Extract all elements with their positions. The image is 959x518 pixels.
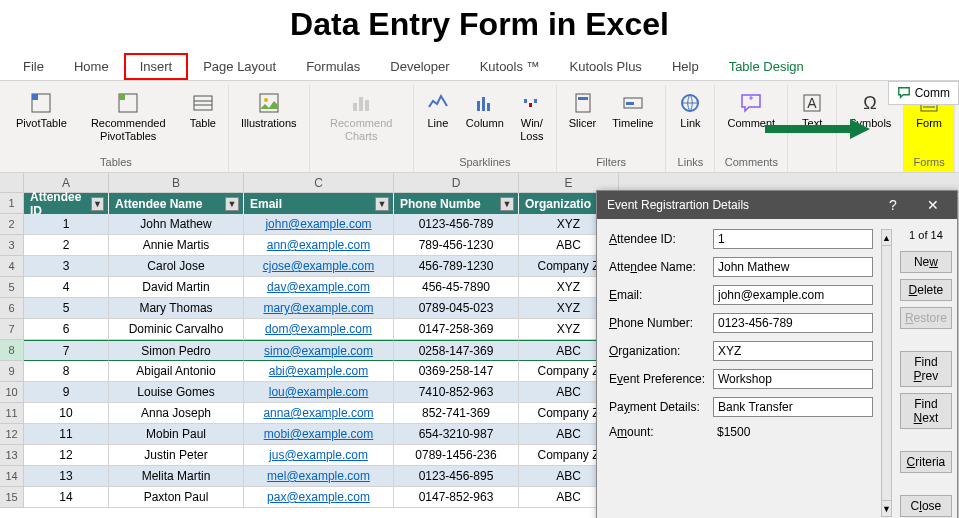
close-button[interactable]: Close <box>900 495 952 517</box>
cell-name[interactable]: Melita Martin <box>109 466 244 487</box>
scroll-down-icon[interactable]: ▼ <box>882 500 891 516</box>
col-header[interactable]: B <box>109 173 244 192</box>
find-prev-button[interactable]: Find Prev <box>900 351 952 387</box>
row-header[interactable]: 8 <box>0 340 24 361</box>
table-row[interactable]: 8Abigail Antonioabi@example.com0369-258-… <box>24 361 619 382</box>
row-header[interactable]: 10 <box>0 382 24 403</box>
cell-phone[interactable]: 0369-258-147 <box>394 361 519 382</box>
dialog-titlebar[interactable]: Event Registrartion Details ? ✕ <box>597 191 957 219</box>
table-row[interactable]: 10Anna Josephanna@example.com852-741-369… <box>24 403 619 424</box>
cell-phone[interactable]: 0123-456-789 <box>394 214 519 235</box>
table-button[interactable]: Table <box>184 87 222 154</box>
cell-id[interactable]: 5 <box>24 298 109 319</box>
form-scrollbar[interactable]: ▲ ▼ <box>881 229 892 517</box>
cell-phone[interactable]: 0123-456-895 <box>394 466 519 487</box>
ribbon-tab-table-design[interactable]: Table Design <box>714 53 819 80</box>
close-icon[interactable]: ✕ <box>913 191 953 219</box>
sparkline-column-button[interactable]: Column <box>460 87 510 154</box>
recommended-charts-button[interactable]: Recommend Charts <box>316 87 407 166</box>
cell-phone[interactable]: 456-789-1230 <box>394 256 519 277</box>
cell-email[interactable]: ann@example.com <box>244 235 394 256</box>
link-button[interactable]: Link <box>672 87 708 154</box>
cell-name[interactable]: Annie Martis <box>109 235 244 256</box>
comments-pane-button[interactable]: Comm <box>888 81 959 105</box>
cell-phone[interactable]: 0147-258-369 <box>394 319 519 340</box>
row-header[interactable]: 12 <box>0 424 24 445</box>
input-attendee-name[interactable] <box>713 257 873 277</box>
slicer-button[interactable]: Slicer <box>563 87 603 154</box>
cell-email[interactable]: john@example.com <box>244 214 394 235</box>
table-row[interactable]: 6Dominic Carvalhodom@example.com0147-258… <box>24 319 619 340</box>
cell-id[interactable]: 8 <box>24 361 109 382</box>
ribbon-tab-file[interactable]: File <box>8 53 59 80</box>
cell-email[interactable]: jus@example.com <box>244 445 394 466</box>
input-event-pref[interactable] <box>713 369 873 389</box>
col-header[interactable]: D <box>394 173 519 192</box>
ribbon-tab-help[interactable]: Help <box>657 53 714 80</box>
ribbon-tab-developer[interactable]: Developer <box>375 53 464 80</box>
table-row[interactable]: 7Simon Pedrosimo@example.com0258-147-369… <box>24 340 619 361</box>
cell-email[interactable]: abi@example.com <box>244 361 394 382</box>
cell-name[interactable]: David Martin <box>109 277 244 298</box>
cell-email[interactable]: anna@example.com <box>244 403 394 424</box>
row-header[interactable]: 1 <box>0 193 24 214</box>
cell-email[interactable]: lou@example.com <box>244 382 394 403</box>
cell-name[interactable]: Louise Gomes <box>109 382 244 403</box>
cell-email[interactable]: cjose@example.com <box>244 256 394 277</box>
row-header[interactable]: 11 <box>0 403 24 424</box>
criteria-button[interactable]: Criteria <box>900 451 952 473</box>
timeline-button[interactable]: Timeline <box>606 87 659 154</box>
row-header[interactable]: 15 <box>0 487 24 508</box>
filter-dropdown-icon[interactable]: ▼ <box>225 197 239 211</box>
cell-id[interactable]: 9 <box>24 382 109 403</box>
cell-id[interactable]: 3 <box>24 256 109 277</box>
table-row[interactable]: 13Melita Martinmel@example.com0123-456-8… <box>24 466 619 487</box>
row-header[interactable]: 4 <box>0 256 24 277</box>
table-row[interactable]: 11Mobin Paulmobi@example.com654-3210-987… <box>24 424 619 445</box>
cell-name[interactable]: Simon Pedro <box>109 340 244 361</box>
cell-phone[interactable]: 0147-852-963 <box>394 487 519 508</box>
cell-name[interactable]: Mobin Paul <box>109 424 244 445</box>
row-header[interactable]: 13 <box>0 445 24 466</box>
illustrations-button[interactable]: Illustrations <box>235 87 303 166</box>
input-phone[interactable] <box>713 313 873 333</box>
row-header[interactable]: 7 <box>0 319 24 340</box>
table-row[interactable]: 4David Martindav@example.com456-45-7890X… <box>24 277 619 298</box>
cell-name[interactable]: Dominic Carvalho <box>109 319 244 340</box>
table-row[interactable]: 9Louise Gomeslou@example.com7410-852-963… <box>24 382 619 403</box>
cell-id[interactable]: 13 <box>24 466 109 487</box>
ribbon-tab-home[interactable]: Home <box>59 53 124 80</box>
filter-dropdown-icon[interactable]: ▼ <box>375 197 389 211</box>
input-payment[interactable] <box>713 397 873 417</box>
cell-name[interactable]: John Mathew <box>109 214 244 235</box>
cell-email[interactable]: simo@example.com <box>244 340 394 361</box>
cell-name[interactable]: Carol Jose <box>109 256 244 277</box>
cell-email[interactable]: pax@example.com <box>244 487 394 508</box>
cell-id[interactable]: 12 <box>24 445 109 466</box>
cell-phone[interactable]: 456-45-7890 <box>394 277 519 298</box>
sparkline-line-button[interactable]: Line <box>420 87 456 154</box>
pivottable-button[interactable]: PivotTable <box>10 87 73 154</box>
cell-id[interactable]: 2 <box>24 235 109 256</box>
cell-name[interactable]: Abigail Antonio <box>109 361 244 382</box>
sparkline-winloss-button[interactable]: Win/ Loss <box>514 87 550 154</box>
cell-email[interactable]: dom@example.com <box>244 319 394 340</box>
cell-phone[interactable]: 0789-045-023 <box>394 298 519 319</box>
filter-dropdown-icon[interactable]: ▼ <box>91 197 104 211</box>
cell-id[interactable]: 1 <box>24 214 109 235</box>
scroll-up-icon[interactable]: ▲ <box>882 230 891 246</box>
cell-name[interactable]: Anna Joseph <box>109 403 244 424</box>
table-row[interactable]: 12Justin Peterjus@example.com0789-1456-2… <box>24 445 619 466</box>
ribbon-tab-formulas[interactable]: Formulas <box>291 53 375 80</box>
filter-dropdown-icon[interactable]: ▼ <box>500 197 514 211</box>
table-row[interactable]: 14Paxton Paulpax@example.com0147-852-963… <box>24 487 619 508</box>
row-header[interactable]: 14 <box>0 466 24 487</box>
row-header[interactable]: 2 <box>0 214 24 235</box>
restore-button[interactable]: Restore <box>900 307 952 329</box>
table-row[interactable]: 1John Mathewjohn@example.com0123-456-789… <box>24 214 619 235</box>
delete-button[interactable]: Delete <box>900 279 952 301</box>
row-header[interactable]: 6 <box>0 298 24 319</box>
ribbon-tab-kutools-plus[interactable]: Kutools Plus <box>555 53 657 80</box>
cell-name[interactable]: Mary Thomas <box>109 298 244 319</box>
cell-name[interactable]: Justin Peter <box>109 445 244 466</box>
